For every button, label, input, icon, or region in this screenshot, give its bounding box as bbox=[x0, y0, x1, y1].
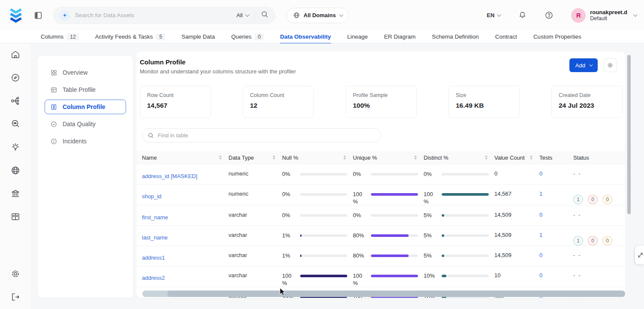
percent-bar bbox=[371, 193, 418, 196]
tab-activity-feeds[interactable]: Activity Feeds & Tasks 5 bbox=[95, 30, 165, 43]
app-logo-icon[interactable] bbox=[8, 6, 24, 25]
domains-label: All Domains bbox=[304, 12, 336, 18]
column-profile-panel: Column Profile Monitor and understand yo… bbox=[136, 52, 625, 298]
horizontal-scrollbar-thumb[interactable] bbox=[167, 291, 625, 297]
tab-columns[interactable]: Columns 12 bbox=[41, 30, 79, 43]
tests-link[interactable]: 1 bbox=[539, 232, 542, 238]
percent-metric: 100 % bbox=[424, 191, 494, 205]
column-header-null-[interactable]: Null % bbox=[282, 154, 353, 161]
column-name-link[interactable]: address2 bbox=[142, 275, 165, 281]
tests-cell: 0 bbox=[539, 164, 573, 177]
column-name-cell: address_id [MASKED] bbox=[142, 164, 229, 179]
summary-cards: Row Count 14,567 Column Count 12 Profile… bbox=[136, 86, 625, 118]
subnav-column-profile[interactable]: Column Profile bbox=[45, 100, 126, 114]
column-name-link[interactable]: shop_id bbox=[142, 193, 162, 200]
divider bbox=[254, 11, 255, 20]
logout-icon[interactable] bbox=[10, 292, 21, 302]
avatar[interactable]: R bbox=[571, 8, 586, 23]
user-info: rounakpreet.d Default bbox=[590, 9, 627, 22]
find-in-table-input[interactable] bbox=[158, 132, 376, 139]
stat-created-date: Created Date 24 Jul 2023 bbox=[551, 86, 623, 118]
tab-schema-definition[interactable]: Schema Definition bbox=[432, 30, 479, 43]
percent-bar bbox=[442, 214, 489, 217]
value-count-cell: 10 bbox=[494, 266, 539, 279]
column-header-unique-[interactable]: Unique % bbox=[353, 154, 424, 161]
domains-dropdown[interactable]: All Domains bbox=[286, 8, 349, 23]
glossary-book-icon[interactable] bbox=[10, 212, 21, 222]
search-icon[interactable] bbox=[261, 10, 269, 20]
column-name-cell: last_name bbox=[142, 226, 229, 241]
tests-link[interactable]: 0 bbox=[539, 272, 542, 279]
subnav-data-quality[interactable]: Data Quality bbox=[45, 117, 126, 131]
success-badge: 1 bbox=[573, 195, 583, 204]
topbar: ✦ All All Domains EN bbox=[0, 0, 644, 30]
tab-custom-properties[interactable]: Custom Properties bbox=[533, 30, 581, 43]
notifications-bell-icon[interactable] bbox=[518, 11, 527, 20]
add-button[interactable]: Add bbox=[569, 58, 598, 72]
profiler-settings-button[interactable] bbox=[604, 58, 617, 72]
discovery-search-eye-icon[interactable] bbox=[10, 119, 21, 129]
domains-globe-icon[interactable] bbox=[10, 165, 21, 176]
tab-sample-data[interactable]: Sample Data bbox=[181, 30, 215, 43]
no-status: - - bbox=[573, 272, 581, 279]
success-badge: 1 bbox=[573, 236, 583, 245]
percent-metric: 0% bbox=[353, 212, 424, 219]
data-type-cell: varchar bbox=[229, 206, 282, 218]
sort-icon[interactable] bbox=[414, 155, 417, 160]
status-cell: 1 0 0 bbox=[573, 185, 620, 204]
tab-contract[interactable]: Contract bbox=[495, 30, 517, 43]
tests-link[interactable]: 0 bbox=[539, 212, 542, 218]
tests-link[interactable]: 0 bbox=[539, 170, 542, 177]
tab-er-diagram[interactable]: ER Diagram bbox=[384, 30, 416, 43]
percent-metric: 100 % bbox=[353, 272, 424, 287]
subnav-incidents[interactable]: Incidents bbox=[45, 134, 126, 148]
horizontal-scrollbar[interactable] bbox=[142, 291, 625, 297]
column-name-link[interactable]: address_id [MASKED] bbox=[142, 173, 197, 179]
column-header-distinct-[interactable]: Distinct % bbox=[424, 154, 494, 161]
unique-percent-cell: 80% bbox=[353, 226, 424, 239]
help-icon[interactable] bbox=[545, 11, 554, 20]
insights-lightbulb-icon[interactable] bbox=[10, 142, 21, 152]
vertical-scrollbar-thumb[interactable] bbox=[627, 55, 631, 214]
column-header-value-count[interactable]: Value Count bbox=[494, 154, 539, 161]
tests-cell: 0 bbox=[539, 266, 573, 279]
content-area: Overview Table Profile Column Profile Da… bbox=[30, 43, 644, 309]
column-name-link[interactable]: last_name bbox=[142, 234, 168, 241]
search-scope-label: All bbox=[237, 12, 243, 18]
percent-bar bbox=[371, 234, 418, 237]
subnav-overview[interactable]: Overview bbox=[45, 65, 126, 80]
sort-icon[interactable] bbox=[530, 155, 533, 160]
subnav-table-profile[interactable]: Table Profile bbox=[45, 82, 126, 97]
governance-bank-icon[interactable] bbox=[10, 188, 21, 199]
column-name-link[interactable]: first_name bbox=[142, 214, 168, 221]
chevron-down-icon bbox=[589, 63, 593, 66]
null-percent-cell: 0% bbox=[282, 185, 353, 198]
data-type-cell: varchar bbox=[229, 226, 282, 238]
user-name: rounakpreet.d bbox=[590, 9, 627, 15]
sort-icon[interactable] bbox=[219, 155, 222, 160]
fullscreen-toggle[interactable] bbox=[635, 246, 644, 264]
global-search-input[interactable] bbox=[75, 12, 237, 18]
settings-gear-icon[interactable] bbox=[10, 269, 21, 279]
column-name-link[interactable]: address1 bbox=[142, 254, 165, 261]
tab-queries[interactable]: Queries 0 bbox=[231, 30, 264, 43]
global-search[interactable]: ✦ All bbox=[53, 7, 275, 24]
sidebar-toggle-icon[interactable] bbox=[33, 11, 43, 20]
tests-link[interactable]: 1 bbox=[539, 191, 542, 197]
tests-link[interactable]: 0 bbox=[539, 252, 542, 258]
column-header-data-type[interactable]: Data Type bbox=[229, 154, 282, 161]
tab-lineage[interactable]: Lineage bbox=[347, 30, 368, 43]
explore-compass-icon[interactable] bbox=[10, 73, 21, 83]
sort-icon[interactable] bbox=[273, 155, 275, 160]
table-row: shop_idnumeric 0% 100 % 100 % 14,5671 1 … bbox=[136, 184, 625, 205]
user-menu-chevron-icon[interactable] bbox=[633, 12, 638, 17]
language-dropdown[interactable]: EN bbox=[487, 12, 500, 18]
search-scope-dropdown[interactable]: All bbox=[237, 12, 248, 18]
home-icon[interactable] bbox=[10, 49, 21, 60]
column-header-name[interactable]: Name bbox=[142, 154, 229, 161]
find-in-table[interactable] bbox=[142, 128, 381, 142]
sort-icon[interactable] bbox=[485, 155, 488, 160]
lineage-flow-icon[interactable] bbox=[10, 96, 21, 106]
tab-data-observability[interactable]: Data Observability bbox=[280, 30, 331, 43]
sort-icon[interactable] bbox=[343, 155, 346, 160]
